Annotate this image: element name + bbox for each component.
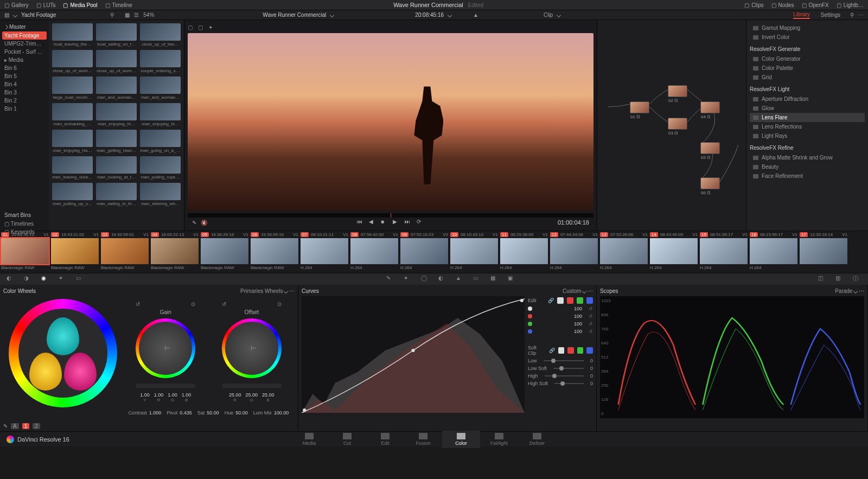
curves-options-icon[interactable]: ⋯ bbox=[588, 288, 593, 294]
viewer-project[interactable]: Wave Runner Commercial bbox=[263, 12, 326, 18]
dropdown-icon[interactable] bbox=[284, 289, 288, 293]
clip-thumb[interactable] bbox=[201, 238, 248, 264]
folder-item[interactable]: ▸ Media bbox=[2, 56, 47, 64]
channel-dot[interactable] bbox=[528, 314, 532, 318]
zoom-level[interactable]: 54% bbox=[143, 12, 154, 18]
timeline-clip[interactable]: 0319:30:55:01V1 Blackmagic RAW bbox=[101, 232, 149, 272]
tool-1-icon[interactable]: ◐ bbox=[7, 275, 15, 284]
timeline-clip[interactable]: 0219:43:21:02V1 Blackmagic RAW bbox=[51, 232, 99, 272]
picker-icon[interactable]: ✎ bbox=[192, 220, 196, 226]
offset-wheel[interactable] bbox=[222, 318, 282, 378]
page-cut[interactable]: Cut bbox=[328, 431, 366, 448]
node-04[interactable]: 04 ⊡ bbox=[700, 101, 720, 113]
clip-thumbnail[interactable] bbox=[52, 50, 93, 67]
timeline-clip[interactable]: 1408:43:45:09V1 H.264 bbox=[650, 232, 698, 272]
view-mode-icon[interactable]: ▤ bbox=[4, 12, 9, 18]
clip-thumb[interactable] bbox=[400, 238, 448, 264]
page-fairlight[interactable]: Fairlight bbox=[480, 431, 518, 448]
channel-value[interactable]: 100 bbox=[574, 321, 582, 327]
search-icon[interactable]: ⚲ bbox=[110, 12, 114, 18]
loop-button[interactable]: ⟳ bbox=[417, 219, 424, 226]
softclip-slider[interactable] bbox=[545, 375, 584, 376]
wheel-value[interactable]: 1.00 bbox=[182, 392, 192, 398]
timeline-clip[interactable]: 1712:30:18:14V1 bbox=[800, 232, 847, 272]
pointer-icon[interactable]: ▲ bbox=[473, 12, 478, 18]
timeline-clip[interactable]: 0619:38:59:16V1 Blackmagic RAW bbox=[251, 232, 298, 272]
channel-value[interactable]: 100 bbox=[574, 306, 582, 311]
softclip-slider[interactable] bbox=[544, 360, 584, 361]
softclip-slider[interactable] bbox=[554, 383, 584, 384]
folder-item[interactable]: Bin 3 bbox=[2, 88, 47, 97]
scopes-mode-dropdown[interactable]: Parade bbox=[835, 288, 852, 294]
folder-item[interactable]: Bin 4 bbox=[2, 80, 47, 88]
clip-thumbnail[interactable] bbox=[96, 156, 137, 174]
clip-thumb[interactable] bbox=[800, 238, 847, 264]
clip-thumb[interactable] bbox=[650, 238, 698, 264]
folder-item[interactable]: Bin 6 bbox=[2, 64, 47, 72]
folder-item[interactable]: Pocket - Surf Sh… bbox=[2, 48, 47, 56]
page-a-button[interactable]: A bbox=[11, 423, 19, 429]
clip-thumb[interactable] bbox=[151, 238, 199, 264]
page-media[interactable]: Media bbox=[290, 431, 328, 448]
clip-thumbnail[interactable] bbox=[96, 23, 137, 41]
sc-g-chip[interactable] bbox=[577, 347, 584, 354]
clip-thumb[interactable] bbox=[450, 238, 498, 264]
softclip-slider[interactable] bbox=[553, 368, 584, 369]
breadcrumb[interactable]: Yacht Footage bbox=[21, 12, 56, 18]
tool-5-icon[interactable]: ▭ bbox=[76, 275, 85, 284]
clips-tab[interactable]: ▢Clips bbox=[744, 2, 763, 8]
page-2-button[interactable]: 2 bbox=[33, 423, 40, 429]
mute-icon[interactable]: 🔇 bbox=[201, 220, 207, 226]
master-chevron[interactable] bbox=[13, 12, 17, 17]
gain-reset-icon[interactable]: ↺ bbox=[136, 301, 140, 307]
smartbin-item[interactable]: ▢ Timelines bbox=[2, 220, 47, 228]
clip-thumb[interactable] bbox=[550, 238, 598, 264]
folder-item[interactable]: Bin 2 bbox=[2, 97, 47, 105]
wheel-value[interactable]: 1.00 bbox=[168, 392, 177, 398]
sc-b-chip[interactable] bbox=[586, 347, 593, 354]
wheel-value[interactable]: 1.00 bbox=[154, 392, 164, 398]
channel-reset-icon[interactable]: ↺ bbox=[589, 321, 593, 327]
clip-thumb[interactable] bbox=[700, 238, 748, 264]
adjust-value[interactable]: 1.000 bbox=[149, 410, 162, 416]
clip-thumbnail[interactable] bbox=[96, 103, 137, 120]
page-color[interactable]: Color bbox=[442, 431, 480, 448]
tool-r3-icon[interactable]: ⓘ bbox=[853, 275, 861, 284]
timeline-clip[interactable]: 0120:08:46:10V1 Blackmagic RAW bbox=[1, 232, 49, 272]
mode-dropdown-icon[interactable] bbox=[557, 12, 561, 17]
fx-item[interactable]: Invert Color bbox=[750, 33, 865, 42]
lib-search-icon[interactable]: ⚲ bbox=[850, 12, 854, 18]
softclip-value[interactable]: 0 bbox=[590, 358, 593, 363]
gain-jog[interactable] bbox=[136, 384, 195, 388]
step-back-button[interactable]: ◀ bbox=[369, 219, 376, 226]
thumb-view-icon[interactable]: ▦ bbox=[125, 12, 130, 18]
clip-thumbnail[interactable] bbox=[96, 76, 137, 94]
node-graph[interactable]: 01 ⊡02 ⊡03 ⊡04 ⊡05 ⊡06 ⊡ bbox=[597, 20, 746, 231]
folder-item[interactable]: Bin 1 bbox=[2, 105, 47, 113]
list-view-icon[interactable]: ☰ bbox=[134, 12, 139, 18]
wheels-options-icon[interactable]: ⋯ bbox=[289, 288, 295, 294]
wheel-value[interactable]: 25.00 bbox=[262, 392, 275, 398]
timeline-clip[interactable]: 1207:44:24:06V1 H.264 bbox=[550, 232, 598, 272]
settings-tab[interactable]: Settings bbox=[821, 12, 840, 18]
clip-thumbnail[interactable] bbox=[96, 50, 137, 67]
clip-thumb[interactable] bbox=[750, 238, 797, 264]
clip-thumbnail[interactable] bbox=[140, 156, 181, 174]
primary-wheel[interactable] bbox=[9, 299, 117, 407]
adjust-value[interactable]: 50.00 bbox=[207, 410, 219, 416]
clip-thumb[interactable] bbox=[1, 238, 49, 264]
clip-thumb[interactable] bbox=[301, 238, 348, 264]
folder-item[interactable]: Bin 5 bbox=[2, 72, 47, 80]
channel-value[interactable]: 100 bbox=[574, 314, 582, 319]
edit-b-chip[interactable] bbox=[586, 297, 593, 304]
clip-thumbnail[interactable] bbox=[140, 50, 181, 67]
timeline-tab[interactable]: ▢Timeline bbox=[105, 2, 132, 8]
timeline-clip[interactable]: 1508:51:05:17V1 H.264 bbox=[700, 232, 748, 272]
clip-thumbnail[interactable] bbox=[96, 183, 137, 200]
gain-wheel[interactable] bbox=[136, 318, 195, 378]
tool-3-icon[interactable]: ◉ bbox=[41, 275, 50, 284]
channel-reset-icon[interactable]: ↺ bbox=[589, 314, 593, 319]
clip-thumbnail[interactable] bbox=[52, 76, 93, 94]
lib-options-icon[interactable]: ⋯ bbox=[858, 12, 864, 18]
clip-thumb[interactable] bbox=[350, 238, 398, 264]
